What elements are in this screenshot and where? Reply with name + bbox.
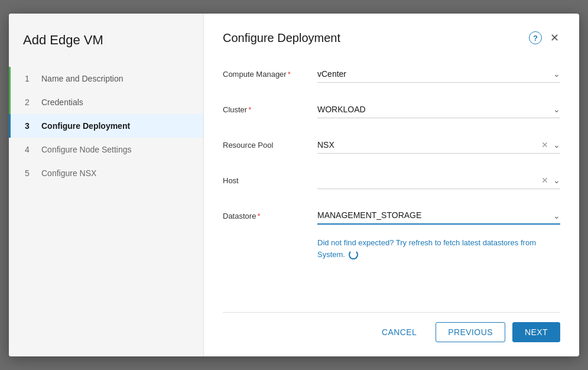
step-number-3: 3 (25, 121, 34, 131)
cluster-row: Cluster* WORKLOAD ⌄ (223, 98, 560, 121)
compute-manager-select[interactable]: vCenter (317, 66, 560, 83)
clear-icon-rp[interactable]: ✕ (541, 140, 548, 150)
required-star-cm: * (288, 70, 291, 79)
sidebar: Add Edge VM 1 Name and Description 2 Cre… (9, 14, 204, 356)
step-item-1[interactable]: 1 Name and Description (9, 67, 203, 90)
compute-manager-wrap: vCenter ⌄ (317, 66, 560, 83)
cluster-select[interactable]: WORKLOAD (317, 101, 560, 118)
step-label-3: Configure Deployment (41, 121, 130, 131)
step-item-3[interactable]: 3 Configure Deployment (9, 114, 203, 138)
step-label-5: Configure NSX (41, 168, 96, 178)
resource-pool-wrap: NSX ✕ ⌄ (317, 137, 560, 154)
compute-manager-label: Compute Manager* (223, 70, 317, 79)
sidebar-title: Add Edge VM (23, 33, 189, 48)
close-icon: ✕ (550, 31, 559, 44)
host-label: Host (223, 176, 317, 185)
header-icons: ? ✕ (529, 30, 560, 46)
step-label-2: Credentials (41, 98, 83, 107)
compute-manager-row: Compute Manager* vCenter ⌄ (223, 62, 560, 86)
host-wrap: ✕ ⌄ (317, 172, 560, 189)
cluster-label: Cluster* (223, 105, 317, 114)
resource-pool-row: Resource Pool NSX ✕ ⌄ (223, 133, 560, 157)
datastore-select[interactable]: MANAGEMENT_STORAGE (317, 207, 560, 225)
resource-pool-label: Resource Pool (223, 141, 317, 150)
resource-pool-select[interactable]: NSX (317, 137, 560, 154)
step-label-1: Name and Description (41, 74, 124, 83)
clear-icon-host[interactable]: ✕ (541, 176, 548, 185)
host-select[interactable] (317, 172, 560, 189)
required-star-cluster: * (248, 105, 251, 114)
datastore-label: Datastore* (223, 212, 317, 220)
datastore-wrap: MANAGEMENT_STORAGE ⌄ (317, 207, 560, 225)
step-item-4[interactable]: 4 Configure Node Settings (9, 138, 203, 161)
host-row: Host ✕ ⌄ (223, 168, 560, 192)
content-title: Configure Deployment (223, 31, 340, 45)
step-number-2: 2 (25, 98, 34, 107)
hint-text: Did not find expected? Try refresh to fe… (317, 237, 560, 260)
content-header: Configure Deployment ? ✕ (223, 30, 560, 46)
cancel-button[interactable]: CANCEL (370, 323, 428, 342)
step-item-2[interactable]: 2 Credentials (9, 90, 203, 114)
step-number-5: 5 (25, 168, 34, 178)
step-label-4: Configure Node Settings (41, 145, 132, 154)
previous-button[interactable]: PREVIOUS (436, 322, 505, 342)
step-item-5[interactable]: 5 Configure NSX (9, 161, 203, 185)
form-body: Compute Manager* vCenter ⌄ Cluster* WORK… (223, 62, 560, 312)
step-number-4: 4 (25, 145, 34, 154)
required-star-ds: * (257, 212, 260, 220)
modal-container: Add Edge VM 1 Name and Description 2 Cre… (9, 14, 579, 356)
help-icon[interactable]: ? (529, 31, 542, 44)
step-number-1: 1 (25, 74, 34, 83)
next-button[interactable]: NEXT (512, 322, 560, 342)
content-footer: CANCEL PREVIOUS NEXT (223, 312, 560, 342)
cluster-wrap: WORKLOAD ⌄ (317, 101, 560, 118)
hint-section: Did not find expected? Try refresh to fe… (317, 237, 560, 260)
step-list: 1 Name and Description 2 Credentials 3 C… (23, 67, 189, 185)
content-panel: Configure Deployment ? ✕ Compute Manager… (204, 14, 579, 356)
close-button[interactable]: ✕ (549, 30, 560, 46)
datastore-row: Datastore* MANAGEMENT_STORAGE ⌄ (223, 204, 560, 228)
refresh-icon[interactable] (349, 250, 358, 259)
